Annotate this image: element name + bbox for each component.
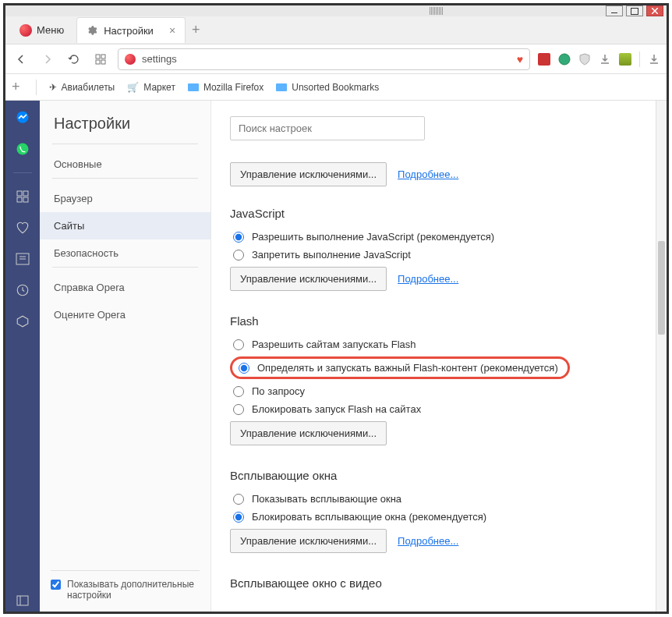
whatsapp-icon[interactable] <box>12 138 34 160</box>
bookmarks-bar: + ✈ Авиабилеты 🛒 Маркет Mozilla Firefox … <box>5 74 667 101</box>
news-icon[interactable] <box>12 248 34 270</box>
js-allow-radio[interactable]: Разрешить выполнение JavaScript (рекомен… <box>230 231 648 243</box>
nav-rate[interactable]: Оцените Opera <box>40 301 210 328</box>
messenger-icon[interactable] <box>12 107 34 129</box>
tab-bar: Меню Настройки × + <box>5 16 667 44</box>
section-title: JavaScript <box>230 207 648 220</box>
manage-exceptions-button[interactable]: Управление исключениями... <box>230 267 387 291</box>
flash-allow-radio[interactable]: Разрешить сайтам запускать Flash <box>230 339 648 350</box>
bookmark-market[interactable]: 🛒 Маркет <box>127 82 175 93</box>
learn-more-link[interactable]: Подробнее... <box>398 273 458 285</box>
bookmark-firefox[interactable]: Mozilla Firefox <box>188 82 263 93</box>
javascript-section: JavaScript Разрешить выполнение JavaScri… <box>230 207 648 291</box>
ext-icon-download[interactable] <box>599 53 611 66</box>
scrollbar[interactable] <box>656 101 667 612</box>
radio-input[interactable] <box>233 339 244 350</box>
nav-browser[interactable]: Браузер <box>40 185 210 212</box>
show-advanced-checkbox[interactable]: Показывать дополнительные настройки <box>51 579 200 601</box>
radio-label: Определять и запускать важный Flash-конт… <box>257 362 558 374</box>
nav-sites[interactable]: Сайты <box>40 212 210 239</box>
bookmark-heart-icon[interactable]: ♥ <box>517 53 523 66</box>
speed-dial-button[interactable] <box>91 50 110 69</box>
bm-label: Маркет <box>143 82 175 93</box>
add-bookmark-button[interactable]: + <box>12 79 20 95</box>
flash-ondemand-radio[interactable]: По запросу <box>230 385 648 397</box>
url-opera-icon <box>125 54 136 65</box>
divider <box>639 51 640 67</box>
radio-label: Блокировать запуск Flash на сайтах <box>252 403 421 415</box>
bm-label: Unsorted Bookmarks <box>292 82 379 93</box>
manage-exceptions-button[interactable]: Управление исключениями... <box>230 529 387 553</box>
manage-exceptions-button[interactable]: Управление исключениями... <box>230 421 387 445</box>
radio-label: По запросу <box>252 385 305 397</box>
tab-settings[interactable]: Настройки × <box>76 17 186 43</box>
divider <box>36 80 37 95</box>
popup-show-radio[interactable]: Показывать всплывающие окна <box>230 493 648 505</box>
show-advanced-label: Показывать дополнительные настройки <box>67 579 200 601</box>
popup-block-radio[interactable]: Блокировать всплывающие окна (рекомендуе… <box>230 511 648 523</box>
window-frame: Меню Настройки × + ♥ + <box>3 3 669 614</box>
radio-input[interactable] <box>233 404 244 415</box>
address-input[interactable] <box>142 53 511 65</box>
menu-label: Меню <box>37 24 64 36</box>
close-button[interactable] <box>646 5 663 16</box>
forward-button[interactable] <box>38 50 57 69</box>
section-title: Flash <box>230 314 648 328</box>
svg-rect-1 <box>101 55 105 59</box>
nav-basic[interactable]: Основные <box>40 151 210 178</box>
main-layout: Настройки Основные Браузер Сайты Безопас… <box>5 101 667 612</box>
ext-icon-1[interactable] <box>538 53 550 66</box>
ext-icon-shield[interactable] <box>578 53 591 66</box>
radio-input[interactable] <box>233 386 244 397</box>
history-icon[interactable] <box>12 279 34 301</box>
back-button[interactable] <box>12 50 30 69</box>
section-row: Управление исключениями... Подробнее... <box>230 529 648 553</box>
radio-input[interactable] <box>233 250 244 261</box>
minimize-button[interactable] <box>606 5 623 16</box>
divider <box>52 178 198 179</box>
address-bar: ♥ <box>5 44 667 74</box>
reload-button[interactable] <box>65 50 83 69</box>
speed-dial-icon[interactable] <box>12 186 34 207</box>
opera-logo-icon <box>19 24 32 37</box>
nav-bottom: Показывать дополнительные настройки <box>40 570 210 601</box>
heart-icon[interactable] <box>12 217 34 239</box>
bm-label: Mozilla Firefox <box>203 82 263 93</box>
svg-rect-7 <box>17 191 22 196</box>
section-row: Управление исключениями... Подробнее... <box>230 267 648 291</box>
extensions-icon[interactable] <box>12 310 34 332</box>
bookmark-aviabilety[interactable]: ✈ Авиабилеты <box>49 82 115 93</box>
nav-help[interactable]: Справка Opera <box>40 274 210 301</box>
svg-rect-0 <box>96 55 100 59</box>
section-row: Управление исключениями... <box>230 421 648 445</box>
bookmark-unsorted[interactable]: Unsorted Bookmarks <box>276 82 379 93</box>
manage-exceptions-button[interactable]: Управление исключениями... <box>230 162 387 186</box>
learn-more-link[interactable]: Подробнее... <box>398 168 458 180</box>
menu-button[interactable]: Меню <box>10 20 73 41</box>
radio-input[interactable] <box>233 494 244 505</box>
tab-close-icon[interactable]: × <box>169 24 175 37</box>
learn-more-link[interactable]: Подробнее... <box>398 535 458 547</box>
settings-content: Управление исключениями... Подробнее... … <box>211 101 667 612</box>
ext-icon-android[interactable] <box>619 53 631 66</box>
flash-section: Flash Разрешить сайтам запускать Flash О… <box>230 314 648 445</box>
radio-label: Запретить выполнение JavaScript <box>252 249 411 261</box>
radio-input[interactable] <box>239 363 249 374</box>
scroll-thumb[interactable] <box>658 241 665 335</box>
search-settings-input[interactable] <box>230 116 425 140</box>
js-deny-radio[interactable]: Запретить выполнение JavaScript <box>230 249 648 261</box>
ext-icon-download2[interactable] <box>648 53 660 66</box>
ext-icon-globe[interactable] <box>558 53 571 66</box>
new-tab-button[interactable]: + <box>192 22 200 38</box>
radio-input[interactable] <box>233 512 244 523</box>
radio-input[interactable] <box>233 232 244 243</box>
maximize-button[interactable] <box>626 5 643 16</box>
titlebar <box>5 5 667 16</box>
radio-label: Показывать всплывающие окна <box>252 493 401 505</box>
sidebar-collapse-icon[interactable] <box>12 590 34 612</box>
flash-detect-radio[interactable]: Определять и запускать важный Flash-конт… <box>235 362 558 374</box>
tab-label: Настройки <box>104 25 154 37</box>
show-advanced-input[interactable] <box>51 580 61 590</box>
flash-block-radio[interactable]: Блокировать запуск Flash на сайтах <box>230 403 648 415</box>
nav-security[interactable]: Безопасность <box>40 239 210 267</box>
